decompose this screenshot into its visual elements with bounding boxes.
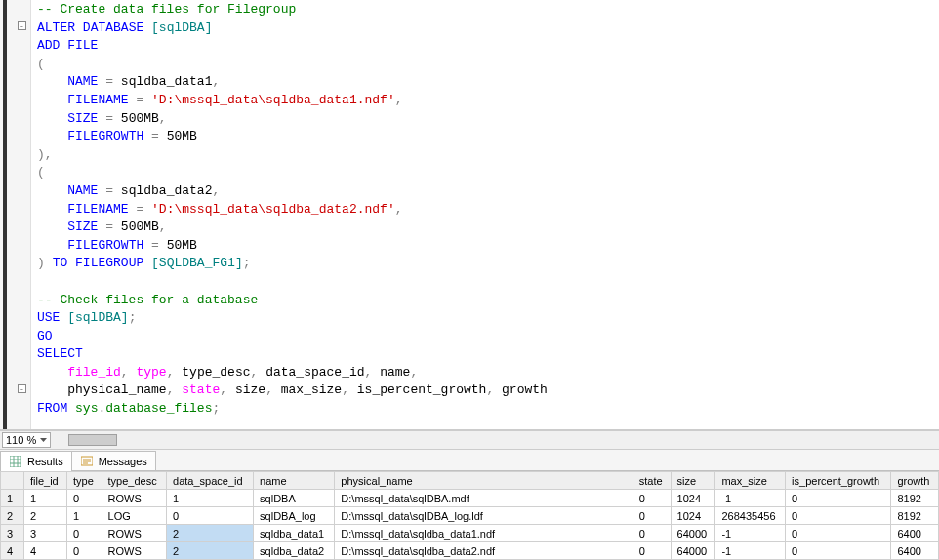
- code-area[interactable]: -- Create data files for Filegroup ALTER…: [31, 0, 939, 429]
- tab-messages-label: Messages: [99, 456, 147, 467]
- cell[interactable]: D:\mssql_data\sqlDBA_log.ldf: [335, 507, 633, 525]
- identifier-fg: [SQLDBA_FG1]: [151, 256, 243, 270]
- row-number[interactable]: 1: [1, 490, 24, 507]
- cell[interactable]: -1: [715, 490, 786, 507]
- cell[interactable]: 64000: [671, 525, 715, 542]
- tab-results[interactable]: Results: [0, 451, 72, 471]
- cell[interactable]: 0: [66, 525, 102, 542]
- keyword-addfile: ADD FILE: [37, 38, 98, 53]
- identifier-db: [sqlDBA]: [151, 20, 212, 35]
- col: type_desc: [182, 365, 250, 380]
- cell[interactable]: 0: [786, 542, 891, 560]
- sql-editor-pane[interactable]: - - -- Create data files for Filegroup A…: [0, 0, 939, 430]
- cell[interactable]: ROWS: [102, 490, 167, 507]
- cell[interactable]: 1: [24, 490, 67, 507]
- row-number[interactable]: 2: [1, 507, 24, 525]
- cell-selected[interactable]: 2: [167, 525, 254, 542]
- value-size: 500MB: [121, 111, 159, 126]
- cell[interactable]: 0: [786, 525, 891, 542]
- cell[interactable]: D:\mssql_data\sqlDBA.mdf: [335, 490, 633, 507]
- col: max_size: [281, 382, 342, 397]
- cell[interactable]: 0: [66, 542, 102, 560]
- cell[interactable]: 6400: [891, 542, 939, 560]
- keyword-database: DATABASE: [83, 20, 143, 35]
- cell[interactable]: D:\mssql_data\sqldba_data1.ndf: [335, 525, 633, 542]
- table-row[interactable]: 1 1 0 ROWS 1 sqlDBA D:\mssql_data\sqlDBA…: [1, 490, 939, 507]
- scrollbar-thumb[interactable]: [68, 434, 117, 446]
- results-tabs: Results Messages: [0, 450, 939, 471]
- col-header[interactable]: data_space_id: [167, 472, 254, 490]
- cell[interactable]: LOG: [102, 507, 167, 525]
- fold-toggle-icon[interactable]: -: [18, 21, 26, 30]
- cell[interactable]: 0: [633, 507, 671, 525]
- rownum-header[interactable]: [1, 472, 24, 490]
- cell[interactable]: -1: [715, 542, 786, 560]
- cell[interactable]: -1: [715, 525, 786, 542]
- cell[interactable]: 0: [633, 542, 671, 560]
- col-header[interactable]: state: [633, 472, 671, 490]
- value-size: 500MB: [121, 220, 159, 234]
- value-filegrowth: 50MB: [167, 238, 197, 253]
- cell[interactable]: 6400: [891, 525, 939, 542]
- string-filename2: 'D:\mssql_data\sqldba_data2.ndf': [151, 202, 395, 217]
- cell[interactable]: 0: [633, 490, 671, 507]
- cell[interactable]: 2: [24, 507, 67, 525]
- col-header[interactable]: physical_name: [335, 472, 633, 490]
- cell[interactable]: 268435456: [715, 507, 786, 525]
- cell[interactable]: 0: [786, 490, 891, 507]
- col-header[interactable]: is_percent_growth: [786, 472, 891, 490]
- col-header[interactable]: growth: [891, 472, 939, 490]
- cell[interactable]: sqldba_data2: [254, 542, 335, 560]
- cell[interactable]: 0: [66, 490, 102, 507]
- cell[interactable]: 8192: [891, 507, 939, 525]
- cell[interactable]: 3: [24, 525, 67, 542]
- col-header[interactable]: type: [66, 472, 102, 490]
- keyword-go: GO: [37, 329, 53, 343]
- row-number[interactable]: 3: [1, 525, 24, 542]
- cell[interactable]: 64000: [671, 542, 715, 560]
- cell[interactable]: D:\mssql_data\sqldba_data2.ndf: [335, 542, 633, 560]
- string-filename1: 'D:\mssql_data\sqldba_data1.ndf': [151, 93, 395, 107]
- cell[interactable]: 0: [167, 507, 254, 525]
- fold-toggle-icon[interactable]: -: [18, 384, 26, 393]
- col: state: [182, 382, 220, 397]
- cell-selected[interactable]: 2: [167, 542, 254, 560]
- table-row[interactable]: 2 2 1 LOG 0 sqlDBA_log D:\mssql_data\sql…: [1, 507, 939, 525]
- zoom-dropdown[interactable]: 110 %: [2, 432, 51, 448]
- col-header[interactable]: type_desc: [102, 472, 167, 490]
- cell[interactable]: 0: [786, 507, 891, 525]
- table-row[interactable]: 3 3 0 ROWS 2 sqldba_data1 D:\mssql_data\…: [1, 525, 939, 542]
- tab-messages[interactable]: Messages: [71, 451, 156, 470]
- svg-rect-0: [10, 456, 21, 467]
- comma: ,: [159, 111, 167, 126]
- tab-results-label: Results: [27, 456, 63, 467]
- cell[interactable]: ROWS: [102, 525, 167, 542]
- cell[interactable]: sqlDBA: [254, 490, 335, 507]
- operator: =: [98, 183, 120, 198]
- cell[interactable]: 0: [633, 525, 671, 542]
- zoom-bar: 110 %: [0, 430, 939, 450]
- comma: ,: [212, 183, 220, 198]
- paren: (: [37, 57, 45, 71]
- keyword-filename: FILENAME: [67, 93, 128, 107]
- table-row[interactable]: 4 4 0 ROWS 2 sqldba_data2 D:\mssql_data\…: [1, 542, 939, 560]
- results-grid[interactable]: file_id type type_desc data_space_id nam…: [0, 471, 939, 560]
- cell[interactable]: 1024: [671, 490, 715, 507]
- col-header[interactable]: max_size: [715, 472, 786, 490]
- horizontal-scrollbar[interactable]: [55, 433, 939, 447]
- cell[interactable]: 4: [24, 542, 67, 560]
- comma: ,: [159, 220, 167, 234]
- col-header[interactable]: size: [671, 472, 715, 490]
- cell[interactable]: sqlDBA_log: [254, 507, 335, 525]
- col-header[interactable]: name: [254, 472, 335, 490]
- cell[interactable]: 1024: [671, 507, 715, 525]
- cell[interactable]: 8192: [891, 490, 939, 507]
- cell[interactable]: 1: [66, 507, 102, 525]
- operator: =: [129, 202, 151, 217]
- semi: ;: [212, 401, 220, 416]
- row-number[interactable]: 4: [1, 542, 24, 560]
- cell[interactable]: ROWS: [102, 542, 167, 560]
- col-header[interactable]: file_id: [24, 472, 67, 490]
- cell[interactable]: 1: [167, 490, 254, 507]
- cell[interactable]: sqldba_data1: [254, 525, 335, 542]
